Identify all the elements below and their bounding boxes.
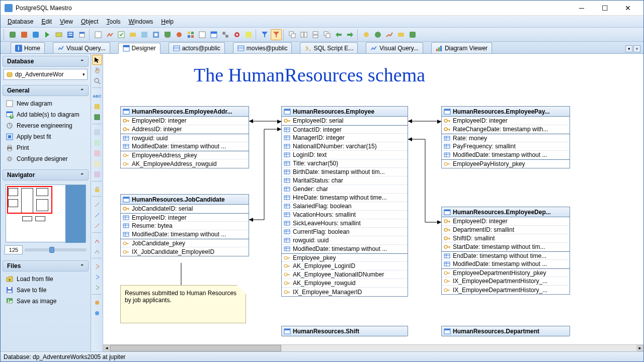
toolbar-btn[interactable]: [53, 29, 64, 40]
db-column[interactable]: ModifiedDate: timestamp without ...: [282, 245, 408, 253]
palette-btn[interactable]: [92, 246, 102, 256]
db-column[interactable]: IX_Employee_ManagerID: [282, 288, 408, 296]
palette-btn[interactable]: [92, 221, 102, 231]
db-column[interactable]: Rate: money: [442, 134, 570, 142]
db-column[interactable]: ModifiedDate: timestamp without ...: [442, 151, 570, 159]
palette-note[interactable]: [92, 102, 102, 112]
db-column[interactable]: EmployeeID: serial: [282, 117, 408, 125]
db-column[interactable]: EmployeeID: integer: [442, 117, 570, 125]
db-column[interactable]: ManagerID: integer: [282, 134, 408, 142]
db-column[interactable]: JobCandidate_pkey: [121, 239, 249, 247]
diagram-note[interactable]: Resumes submitted to Human Resources by …: [120, 285, 246, 323]
menu-object[interactable]: Object: [77, 17, 103, 27]
tabs-dropdown[interactable]: ▾: [625, 45, 632, 52]
navigator-thumbnail[interactable]: [6, 185, 86, 242]
db-column[interactable]: IX_EmployeeDepartmentHistory_...: [442, 277, 570, 286]
horizontal-scrollbar[interactable]: ◄ ►: [103, 344, 643, 351]
toolbar-btn[interactable]: [116, 29, 127, 40]
db-column[interactable]: EndDate: timestamp without time...: [442, 251, 570, 260]
sidebar-link[interactable]: Reverse engineering: [4, 120, 88, 131]
toolbar-btn[interactable]: [197, 29, 208, 40]
tab-diagram-viewer[interactable]: Diagram Viewer: [431, 42, 492, 53]
sidebar-link[interactable]: Save to file: [4, 285, 88, 296]
palette-text[interactable]: ABC: [92, 91, 102, 101]
palette-btn[interactable]: [92, 261, 102, 272]
toolbar-btn[interactable]: [65, 29, 76, 40]
sidebar-link[interactable]: Save as image: [4, 296, 88, 307]
tabs-close[interactable]: ×: [633, 45, 640, 52]
db-column[interactable]: EmployeeID: integer: [121, 213, 249, 222]
toolbar-btn[interactable]: [231, 29, 243, 40]
menu-tools[interactable]: Tools: [103, 17, 125, 27]
toolbar-btn[interactable]: [372, 29, 383, 40]
palette-btn[interactable]: [92, 159, 102, 169]
sidebar-link[interactable]: New diagram: [4, 98, 88, 109]
db-column[interactable]: Title: varchar(50): [282, 159, 408, 168]
palette-btn[interactable]: [92, 272, 102, 282]
sidebar-link[interactable]: Configure designer: [4, 153, 88, 164]
toolbar-btn[interactable]: [7, 29, 18, 40]
db-column[interactable]: IX_JobCandidate_EmployeeID: [121, 247, 249, 256]
toolbar-btn[interactable]: [361, 29, 372, 40]
sidebar-navigator-header[interactable]: Navigator⌃: [3, 169, 89, 180]
db-column[interactable]: ModifiedDate: timestamp without ...: [121, 230, 249, 239]
minimize-button[interactable]: ─: [570, 1, 593, 15]
zoom-slider[interactable]: [25, 248, 87, 251]
toolbar-btn[interactable]: [208, 29, 219, 40]
tab-home[interactable]: iHome: [11, 42, 45, 53]
palette-lock[interactable]: [92, 185, 102, 195]
sidebar-database-header[interactable]: Database⌃: [3, 56, 89, 67]
sidebar-link[interactable]: Load from file: [4, 274, 88, 285]
palette-btn[interactable]: [92, 283, 102, 293]
toolbar-btn[interactable]: [271, 29, 282, 40]
db-column[interactable]: SickLeaveHours: smallint: [282, 219, 408, 228]
db-column[interactable]: AddressID: integer: [121, 125, 249, 134]
menu-view[interactable]: View: [56, 17, 77, 27]
palette-btn[interactable]: [92, 298, 102, 308]
db-column[interactable]: RateChangeDate: timestamp with...: [442, 125, 570, 134]
db-column[interactable]: EmployeeDepartmentHistory_pkey: [442, 268, 570, 277]
db-column[interactable]: EmployeePayHistory_pkey: [442, 159, 570, 168]
toolbar-btn[interactable]: [127, 29, 138, 40]
db-column[interactable]: ModifiedDate: timestamp without ...: [121, 142, 249, 151]
db-column[interactable]: HireDate: timestamp without time...: [282, 194, 408, 202]
toolbar-btn[interactable]: [333, 29, 344, 40]
db-column[interactable]: rowguid: uuid: [282, 236, 408, 245]
zoom-value[interactable]: 125: [5, 245, 23, 254]
toolbar-btn[interactable]: [243, 29, 254, 40]
menu-database[interactable]: Database: [4, 17, 37, 27]
sidebar-link[interactable]: Apply best fit: [4, 131, 88, 142]
toolbar-btn[interactable]: [93, 29, 104, 40]
toolbar-btn[interactable]: [287, 29, 298, 40]
database-dropdown[interactable]: dp_AdventureWor▾: [4, 69, 88, 80]
maximize-button[interactable]: ☐: [593, 1, 616, 15]
tab-visual-query[interactable]: Visual Query...: [53, 42, 110, 53]
palette-btn[interactable]: [92, 138, 102, 148]
db-column[interactable]: EmployeeAddress_pkey: [121, 151, 249, 159]
palette-zoom[interactable]: [92, 76, 102, 86]
toolbar-btn[interactable]: [298, 29, 309, 40]
palette-btn[interactable]: [92, 210, 102, 220]
palette-hand[interactable]: [92, 65, 102, 75]
toolbar-btn[interactable]: [185, 29, 196, 40]
palette-btn[interactable]: [92, 200, 102, 210]
db-column[interactable]: SalariedFlag: boolean: [282, 202, 408, 211]
toolbar-btn[interactable]: [30, 29, 41, 40]
menu-help[interactable]: Help: [157, 17, 178, 27]
toolbar-btn[interactable]: [42, 29, 53, 40]
table-employee-address[interactable]: HumanResources.EmployeeAddr... EmployeeI…: [120, 106, 249, 168]
sidebar-link[interactable]: +Add table(s) to diagram: [4, 109, 88, 120]
tab-designer[interactable]: Designer: [118, 43, 160, 54]
toolbar-btn[interactable]: [407, 29, 418, 40]
db-column[interactable]: ModifiedDate: timestamp without ...: [442, 260, 570, 268]
db-column[interactable]: AK_Employee_rowguid: [282, 279, 408, 288]
db-column[interactable]: MaritalStatus: char: [282, 176, 408, 185]
db-column[interactable]: LoginID: text: [282, 151, 408, 159]
db-column[interactable]: EmployeeID: integer: [442, 217, 570, 226]
menu-windows[interactable]: Windows: [125, 17, 157, 27]
db-column[interactable]: AK_Employee_LoginID: [282, 262, 408, 270]
toolbar-btn[interactable]: [139, 29, 150, 40]
close-button[interactable]: ✕: [616, 1, 639, 15]
palette-btn[interactable]: [92, 236, 102, 246]
diagram-canvas[interactable]: The HumanResources schema: [103, 54, 643, 351]
